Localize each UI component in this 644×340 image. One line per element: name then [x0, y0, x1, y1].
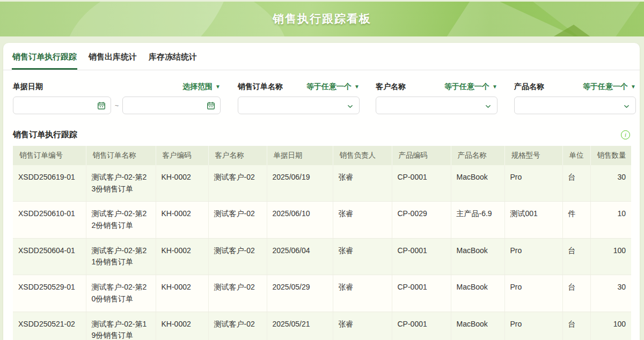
table-cell: MacBook: [451, 312, 504, 340]
table-cell: CP-0001: [392, 238, 451, 275]
table-row: XSDD250619-01测试客户-02-第23份销售订单KH-0002测试客户…: [13, 165, 631, 202]
table-cell: 测试客户-02: [208, 312, 267, 340]
table-cell: XSDD250604-01: [13, 238, 86, 275]
table-cell: 台: [562, 238, 590, 275]
table-cell: MacBook: [451, 165, 504, 202]
column-header: 产品编码: [392, 146, 451, 165]
caret-down-icon: ▼: [631, 84, 636, 90]
filter-order-name: 销售订单名称 等于任意一个 ▼: [238, 82, 360, 114]
table-cell: Pro: [504, 312, 562, 340]
order-name-select[interactable]: [238, 97, 360, 114]
table-cell: CP-0001: [392, 275, 451, 312]
tab-bar: 销售订单执行跟踪 销售出库统计 库存冻结统计: [3, 43, 640, 70]
table-cell: 测试客户-02: [208, 238, 267, 275]
table-cell: KH-0002: [156, 202, 208, 238]
calendar-icon[interactable]: [207, 101, 215, 112]
table-cell: MacBook: [451, 275, 504, 312]
table-row: XSDD250529-01测试客户-02-第20份销售订单KH-0002测试客户…: [13, 275, 631, 312]
column-header: 规格型号: [504, 146, 562, 165]
filter-order-operator-dropdown[interactable]: 等于任意一个 ▼: [306, 82, 360, 92]
table-cell: 测试客户-02-第21份销售订单: [86, 238, 156, 275]
info-icon[interactable]: i: [621, 130, 630, 139]
filter-product-operator-dropdown[interactable]: 等于任意一个 ▼: [583, 82, 636, 92]
table-cell: XSDD250521-02: [13, 312, 86, 340]
chevron-down-icon: [623, 102, 630, 112]
customer-name-select[interactable]: [376, 97, 497, 114]
column-header: 客户名称: [208, 146, 267, 165]
table-cell: CP-0001: [392, 165, 451, 202]
table-cell: 测试001: [504, 202, 562, 238]
filter-customer-operator-label: 等于任意一个: [444, 82, 489, 92]
date-start-field[interactable]: [13, 97, 111, 114]
table-cell: 100: [590, 238, 631, 275]
table-cell: 2025/06/04: [267, 238, 333, 275]
table-row: XSDD250610-01测试客户-02-第22份销售订单KH-0002测试客户…: [13, 202, 631, 238]
table-cell: CP-0001: [392, 312, 451, 340]
table-cell: CP-0029: [392, 202, 451, 238]
filter-date-operator-dropdown[interactable]: 选择范围 ▼: [182, 82, 221, 92]
column-header: 销售数量: [590, 146, 631, 165]
table-cell: 100: [590, 312, 631, 340]
table-cell: 张睿: [333, 202, 392, 238]
orders-table-container: 销售订单编号销售订单名称客户编码客户名称单据日期销售负责人产品编码产品名称规格型…: [13, 146, 631, 340]
filter-date-label: 单据日期: [13, 82, 43, 92]
table-cell: Pro: [504, 238, 562, 275]
product-name-select[interactable]: [514, 97, 636, 114]
table-cell: 测试客户-02-第20份销售订单: [86, 275, 156, 312]
tab-sales-outbound-stats[interactable]: 销售出库统计: [88, 43, 137, 70]
table-cell: 台: [562, 275, 590, 312]
table-cell: XSDD250610-01: [13, 202, 86, 238]
filter-customer-name: 客户名称 等于任意一个 ▼: [376, 82, 497, 114]
date-end-field[interactable]: [122, 97, 221, 114]
table-cell: 2025/05/29: [267, 275, 333, 312]
table-header-row: 销售订单编号销售订单名称客户编码客户名称单据日期销售负责人产品编码产品名称规格型…: [13, 146, 631, 165]
column-header: 销售订单名称: [86, 146, 156, 165]
filter-customer-operator-dropdown[interactable]: 等于任意一个 ▼: [444, 82, 497, 92]
tab-sales-order-tracking[interactable]: 销售订单执行跟踪: [12, 43, 77, 70]
table-cell: Pro: [504, 165, 562, 202]
table-cell: 张睿: [333, 275, 392, 312]
table-section-header: 销售订单执行跟踪 i: [13, 129, 630, 141]
chevron-down-icon: [347, 102, 354, 112]
orders-table: 销售订单编号销售订单名称客户编码客户名称单据日期销售负责人产品编码产品名称规格型…: [13, 146, 631, 340]
table-cell: 测试客户-02-第22份销售订单: [86, 202, 156, 238]
column-header: 单据日期: [267, 146, 333, 165]
table-cell: 测试客户-02: [208, 202, 267, 238]
table-row: XSDD250521-02测试客户-02-第19份销售订单KH-0002测试客户…: [13, 312, 631, 340]
column-header: 产品名称: [451, 146, 504, 165]
calendar-icon[interactable]: [97, 101, 106, 112]
date-start-input[interactable]: [13, 97, 111, 114]
table-cell: 2025/05/21: [267, 312, 333, 340]
date-end-input[interactable]: [123, 97, 220, 114]
table-cell: 30: [590, 165, 631, 202]
table-cell: Pro: [504, 275, 562, 312]
caret-down-icon: ▼: [215, 84, 221, 90]
table-cell: 张睿: [333, 165, 392, 202]
table-row: XSDD250604-01测试客户-02-第21份销售订单KH-0002测试客户…: [13, 238, 631, 275]
filter-product-name: 产品名称 等于任意一个 ▼: [514, 82, 636, 114]
tab-inventory-freeze-stats[interactable]: 库存冻结统计: [148, 43, 197, 70]
table-cell: 测试客户-02-第23份销售订单: [86, 165, 156, 202]
page-title: 销售执行跟踪看板: [0, 11, 644, 26]
table-cell: KH-0002: [156, 312, 208, 340]
table-cell: 台: [562, 312, 590, 340]
table-cell: KH-0002: [156, 238, 208, 275]
filter-date-operator-label: 选择范围: [182, 82, 213, 92]
table-cell: 张睿: [333, 238, 392, 275]
table-cell: KH-0002: [156, 275, 208, 312]
filter-order-operator-label: 等于任意一个: [306, 82, 352, 92]
table-cell: MacBook: [451, 238, 504, 275]
table-cell: KH-0002: [156, 165, 208, 202]
filter-order-name-label: 销售订单名称: [238, 82, 283, 92]
table-cell: 2025/06/10: [267, 202, 333, 238]
table-cell: 测试客户-02: [208, 165, 267, 202]
chevron-down-icon: [485, 102, 492, 112]
main-card: 销售订单执行跟踪 销售出库统计 库存冻结统计 单据日期 选择范围 ▼: [3, 43, 640, 340]
table-section-title: 销售订单执行跟踪: [13, 130, 77, 140]
table-cell: XSDD250619-01: [13, 165, 86, 202]
table-cell: 台: [562, 165, 590, 202]
table-cell: 张睿: [333, 312, 392, 340]
column-header: 销售订单编号: [13, 146, 86, 165]
table-cell: 件: [562, 202, 590, 238]
filter-date: 单据日期 选择范围 ▼: [13, 82, 221, 114]
